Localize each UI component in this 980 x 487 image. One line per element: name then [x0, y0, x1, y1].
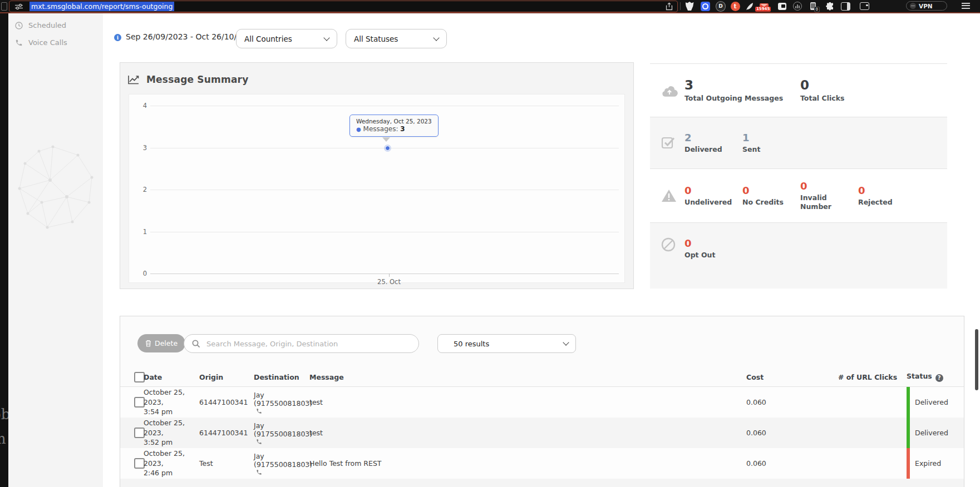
- series-bullet-icon: ●: [356, 126, 361, 132]
- tooltip-date: Wednesday, Oct 25, 2023: [356, 118, 432, 125]
- table-row[interactable]: October 25, 2023,2:46 pm Test Jay (91755…: [120, 448, 964, 479]
- chevron-down-icon: [323, 34, 329, 41]
- y-axis-tick: 0: [134, 270, 147, 277]
- password-manager-icon[interactable]: [700, 1, 710, 11]
- stat-label: Sent: [742, 145, 800, 154]
- vpn-label: VPN: [919, 3, 933, 9]
- column-header-url-clicks[interactable]: # of URL Clicks: [829, 373, 907, 381]
- pip-icon[interactable]: [777, 1, 787, 11]
- stat-label: No Credits: [742, 198, 800, 207]
- row-origin: Test: [199, 459, 254, 468]
- status-color-bar: [907, 448, 910, 479]
- y-axis-tick: 1: [134, 228, 147, 236]
- phone-badge: 0: [814, 7, 820, 12]
- gridline: [150, 232, 619, 232]
- share-icon[interactable]: [666, 2, 673, 11]
- row-destination: Jay (917550081803): [254, 391, 312, 408]
- table-row[interactable]: October 25, 2023,3:52 pm 61447100341 Jay…: [120, 418, 964, 448]
- rail-watermark-text: ob: [0, 406, 8, 423]
- cloud-upload-icon: [650, 85, 684, 97]
- table-header-row: Date Origin Destination Message Cost # o…: [120, 367, 964, 387]
- column-header-origin[interactable]: Origin: [199, 373, 254, 381]
- status-color-bar: [907, 418, 910, 448]
- phone-icon: [256, 439, 262, 445]
- row-destination: Jay (917550081803): [254, 421, 312, 438]
- stats-circle-icon[interactable]: [792, 1, 802, 11]
- phone-icon: [256, 469, 262, 475]
- row-status: Delivered: [915, 398, 948, 406]
- phone-icon: [256, 408, 262, 414]
- countries-selected-value: All Countries: [244, 34, 292, 43]
- row-origin: 61447100341: [199, 398, 254, 406]
- info-icon[interactable]: i: [114, 34, 121, 41]
- help-question-icon[interactable]: ?: [935, 374, 943, 382]
- brave-lion-icon[interactable]: [684, 1, 695, 11]
- wallet-icon[interactable]: [859, 1, 869, 11]
- stat-label: Undelivered: [684, 198, 742, 207]
- table-row[interactable]: October 25, 2023,3:54 pm 61447100341 Jay…: [120, 387, 964, 418]
- column-header-date[interactable]: Date: [144, 373, 199, 381]
- delete-button-label: Delete: [155, 339, 178, 347]
- tooltip-pointer: [382, 137, 390, 142]
- row-date: October 25, 2023,: [144, 388, 185, 406]
- check-square-icon: [650, 136, 684, 150]
- trash-icon: [145, 340, 151, 347]
- results-count-select[interactable]: 50 results: [437, 334, 576, 353]
- x-axis-tick-mark: [389, 274, 390, 277]
- tune-icon[interactable]: [15, 3, 23, 10]
- stats-row-delivered: 2Delivered 1Sent: [650, 117, 947, 168]
- hamburger-menu-icon[interactable]: [962, 3, 970, 10]
- column-header-status[interactable]: Status?: [907, 372, 964, 382]
- column-header-cost[interactable]: Cost: [746, 373, 829, 381]
- stat-value: 2: [684, 132, 742, 143]
- stats-panel: 3Total Outgoing Messages 0Total Clicks 2…: [650, 63, 947, 289]
- status-color-bar: [907, 387, 910, 418]
- extensions-puzzle-icon[interactable]: [825, 1, 835, 11]
- url-text-selected[interactable]: mxt.smsglobal.com/report/sms-outgoing: [29, 2, 174, 11]
- stats-row-failures: 0Undelivered 0No Credits 0Invalid Number…: [650, 168, 947, 222]
- vpn-status-icon: [910, 3, 916, 9]
- y-axis-tick: 4: [134, 102, 147, 110]
- statuses-select[interactable]: All Statuses: [346, 29, 447, 48]
- row-destination: Jay (917550081803): [254, 452, 312, 469]
- chart-data-point[interactable]: [384, 145, 391, 152]
- mail-icon[interactable]: 15945: [759, 1, 769, 11]
- stat-label: Invalid Number: [800, 193, 858, 212]
- column-header-message[interactable]: Message: [309, 373, 746, 381]
- mail-badge: 15945: [755, 7, 771, 12]
- row-status: Expired: [915, 459, 941, 468]
- phone-extension-icon[interactable]: 0: [808, 1, 818, 11]
- t-extension-icon[interactable]: t: [730, 1, 740, 11]
- d-extension-icon[interactable]: D: [716, 1, 726, 11]
- stat-label: Opt Out: [684, 251, 742, 260]
- sidebar-item-voice-calls[interactable]: Voice Calls: [15, 38, 67, 47]
- stat-value: 1: [742, 132, 800, 143]
- vpn-button[interactable]: VPN: [906, 1, 947, 11]
- phone-icon: [15, 39, 23, 47]
- feather-icon[interactable]: [745, 1, 755, 11]
- stat-label: Total Clicks: [800, 94, 916, 103]
- row-message: test: [309, 398, 746, 406]
- message-summary-card: Message Summary 4 3 2 1 0 25. Oct Wednes…: [120, 62, 634, 289]
- stat-value: 0: [684, 237, 742, 249]
- search-input[interactable]: [205, 339, 418, 349]
- stat-value: 3: [684, 78, 800, 92]
- warning-triangle-icon: [650, 189, 684, 202]
- column-header-destination[interactable]: Destination: [254, 373, 309, 381]
- sidebar-item-scheduled[interactable]: Scheduled: [15, 21, 66, 29]
- row-cost: 0.060: [746, 429, 829, 437]
- clock-icon: [15, 22, 23, 29]
- x-axis-tick-label: 25. Oct: [370, 278, 408, 286]
- delete-button[interactable]: Delete: [137, 334, 185, 352]
- statuses-selected-value: All Statuses: [354, 34, 398, 43]
- tooltip-value: 3: [400, 125, 405, 133]
- scrollbar-thumb[interactable]: [975, 329, 978, 390]
- sidebar-panel-icon[interactable]: [840, 1, 850, 11]
- row-cost: 0.060: [746, 459, 829, 468]
- search-icon: [192, 340, 200, 348]
- card-title: Message Summary: [146, 74, 248, 85]
- url-bar[interactable]: mxt.smsglobal.com/report/sms-outgoing: [9, 1, 678, 12]
- sidebar-item-label: Scheduled: [28, 21, 66, 29]
- countries-select[interactable]: All Countries: [236, 29, 337, 48]
- row-date: October 25, 2023,: [144, 449, 185, 468]
